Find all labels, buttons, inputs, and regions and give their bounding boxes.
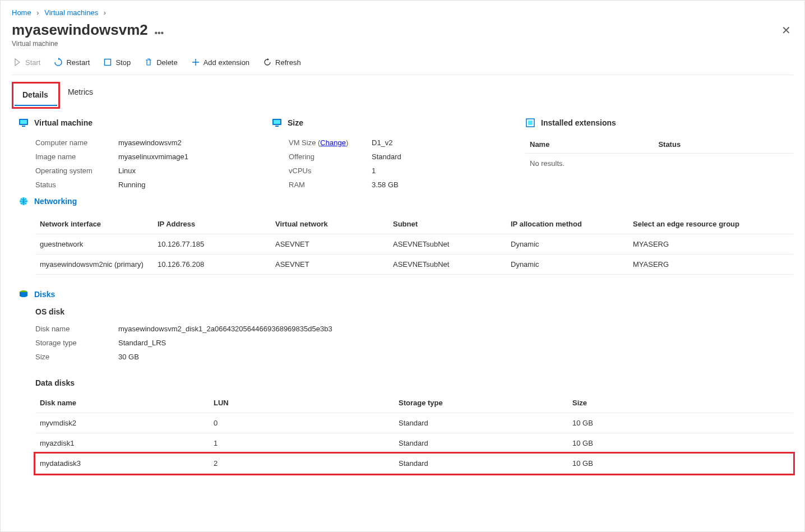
dd-storage: Standard [394, 433, 568, 454]
vmsize-key: VM Size (Change) [289, 138, 372, 147]
offering-key: Offering [289, 152, 372, 161]
net-ip-header[interactable]: IP Address [153, 214, 271, 234]
image-name-key: Image name [35, 152, 118, 161]
net-subnet-header[interactable]: Subnet [388, 214, 506, 234]
vmsize-value: D1_v2 [372, 138, 393, 147]
restart-label: Restart [66, 58, 90, 67]
ext-name-header[interactable]: Name [525, 136, 654, 154]
close-button[interactable]: ✕ [779, 21, 793, 39]
networking-section-header[interactable]: Networking [18, 196, 793, 206]
tabs: Details Metrics [12, 75, 793, 109]
table-row[interactable]: myvmdisk2 0 Standard 10 GB [35, 413, 793, 433]
more-icon[interactable]: ••• [150, 28, 164, 38]
os-value: Linux [118, 166, 136, 175]
table-row[interactable]: myasewindowsvm2nic (primary) 10.126.76.2… [35, 255, 793, 275]
net-subnet: ASEVNETsubNet [388, 234, 506, 255]
table-row[interactable]: guestnetwork 10.126.77.185 ASEVNET ASEVN… [35, 234, 793, 255]
computer-name-value: myasewindowsvm2 [118, 138, 182, 147]
osdisk-size-value: 30 GB [118, 353, 139, 361]
net-rg: MYASERG [628, 234, 793, 255]
net-subnet: ASEVNETsubNet [388, 255, 506, 275]
svg-rect-8 [528, 121, 533, 125]
osdisk-size-key: Size [35, 353, 118, 361]
dd-lun: 1 [209, 433, 394, 454]
dd-lun-header[interactable]: LUN [209, 393, 394, 413]
osdisk-storage-key: Storage type [35, 339, 118, 347]
net-rg-header[interactable]: Select an edge resource group [628, 214, 793, 234]
breadcrumb-vmlist[interactable]: Virtual machines [44, 8, 98, 17]
disks-section-title: Disks [34, 290, 55, 299]
net-rg: MYASERG [628, 255, 793, 275]
network-icon [18, 196, 29, 206]
net-ip: 10.126.77.185 [153, 234, 271, 255]
data-disks-header: Data disks [35, 378, 793, 387]
page-subtitle: Virtual machine [12, 40, 164, 48]
dd-storage-header[interactable]: Storage type [394, 393, 568, 413]
svg-rect-2 [20, 120, 27, 124]
vm-section-header: Virtual machine [18, 118, 272, 128]
osdisk-name-key: Disk name [35, 325, 118, 333]
extension-icon [525, 118, 535, 128]
disk-icon [18, 289, 29, 299]
computer-name-key: Computer name [35, 138, 118, 147]
start-label: Start [25, 58, 40, 67]
os-key: Operating system [35, 166, 118, 175]
vm-section-title: Virtual machine [34, 118, 92, 127]
breadcrumb-home[interactable]: Home [12, 8, 31, 17]
net-nic: guestnetwork [35, 234, 153, 255]
dd-size-header[interactable]: Size [568, 393, 793, 413]
net-alloc-header[interactable]: IP allocation method [506, 214, 628, 234]
status-key: Status [35, 181, 118, 189]
networking-table: Network interface IP Address Virtual net… [35, 214, 793, 275]
restart-icon [54, 58, 63, 67]
dd-name: myvmdisk2 [35, 413, 209, 433]
dd-storage: Standard [394, 413, 568, 433]
tab-details[interactable]: Details [15, 85, 57, 106]
net-vnet: ASEVNET [271, 234, 388, 255]
net-nic: myasewindowsvm2nic (primary) [35, 255, 153, 275]
refresh-button[interactable]: Refresh [262, 57, 302, 68]
net-vnet-header[interactable]: Virtual network [271, 214, 388, 234]
tab-metrics[interactable]: Metrics [60, 82, 102, 109]
svg-rect-3 [22, 126, 25, 127]
play-icon [13, 58, 22, 67]
vm-icon [18, 118, 29, 128]
close-icon: ✕ [781, 24, 791, 36]
command-bar: Start Restart Stop Delete Add extension … [12, 48, 793, 75]
vcpus-value: 1 [372, 166, 376, 175]
extensions-section-title: Installed extensions [541, 118, 616, 127]
net-ip: 10.126.76.208 [153, 255, 271, 275]
osdisk-name-value: myasewindowsvm2_disk1_2a0664320564466936… [118, 325, 264, 333]
disks-section-header[interactable]: Disks [18, 289, 793, 299]
svg-rect-5 [274, 120, 280, 124]
osdisk-storage-value: Standard_LRS [118, 339, 166, 347]
stop-button[interactable]: Stop [102, 57, 132, 68]
dd-size: 10 GB [568, 454, 793, 474]
ram-key: RAM [289, 181, 372, 189]
breadcrumb: Home › Virtual machines › [12, 7, 793, 21]
change-size-link[interactable]: Change [320, 138, 346, 147]
status-value: Running [118, 181, 145, 189]
svg-rect-0 [105, 59, 111, 66]
ext-status-header[interactable]: Status [654, 136, 793, 154]
dd-lun: 0 [209, 413, 394, 433]
delete-label: Delete [156, 58, 178, 67]
add-extension-button[interactable]: Add extension [190, 57, 251, 68]
add-extension-label: Add extension [203, 58, 249, 67]
dd-name: myazdisk1 [35, 433, 209, 454]
vcpus-key: vCPUs [289, 166, 372, 175]
dd-size: 10 GB [568, 433, 793, 454]
table-row[interactable]: myazdisk1 1 Standard 10 GB [35, 433, 793, 454]
trash-icon [144, 58, 153, 67]
restart-button[interactable]: Restart [53, 57, 91, 68]
stop-label: Stop [115, 58, 131, 67]
table-row[interactable]: mydatadisk3 2 Standard 10 GB [35, 454, 793, 474]
net-nic-header[interactable]: Network interface [35, 214, 153, 234]
dd-lun: 2 [209, 454, 394, 474]
start-button[interactable]: Start [12, 57, 41, 68]
dd-name-header[interactable]: Disk name [35, 393, 209, 413]
delete-button[interactable]: Delete [143, 57, 179, 68]
offering-value: Standard [372, 152, 401, 161]
net-vnet: ASEVNET [271, 255, 388, 275]
svg-point-11 [20, 294, 27, 297]
